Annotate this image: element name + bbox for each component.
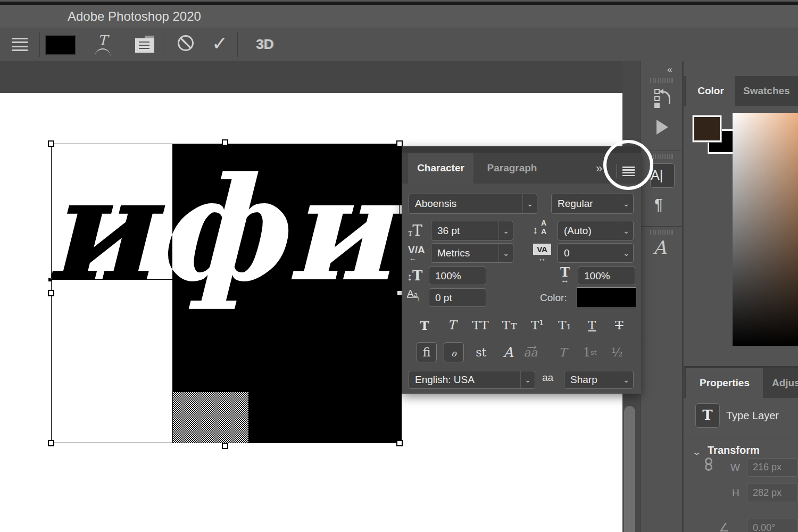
divider (79, 32, 79, 57)
tracking-field[interactable]: 0 ⌄ (558, 243, 634, 263)
vertical-scale-field[interactable]: 100% (429, 267, 486, 285)
tab-character[interactable]: Character (408, 153, 473, 184)
tab-paragraph[interactable]: Paragraph (473, 153, 551, 184)
angle-icon: ∠ (719, 521, 729, 532)
divider (641, 226, 683, 227)
underline-button[interactable]: T (585, 318, 599, 332)
collapse-to-icons-icon[interactable]: » (596, 162, 602, 176)
tab-adjustments[interactable]: Adjustments (772, 377, 798, 389)
color-panel-tabbar: Color Swatches (684, 76, 798, 106)
panel-drag-strip[interactable] (402, 146, 641, 153)
width-label: W (730, 462, 740, 473)
properties-panel-tabbar: Properties Adjustments (684, 368, 798, 398)
font-style-field[interactable]: Regular ⌄ (551, 194, 634, 214)
transform-section-header[interactable]: Transform (708, 444, 760, 456)
angle-field[interactable]: 0.00° (747, 519, 798, 532)
baseline-shift-value: 0 pt (429, 292, 486, 304)
strikethrough-button[interactable]: T (612, 318, 626, 332)
subscript-button[interactable]: T₁ (558, 318, 571, 332)
titling-alternates-button[interactable]: T (553, 342, 573, 362)
swash-button[interactable]: A (498, 342, 518, 362)
tab-color[interactable]: Color (686, 76, 735, 106)
version-history-icon[interactable] (654, 89, 670, 108)
color-picker-gradient[interactable] (733, 113, 798, 346)
link-dimensions-icon[interactable] (705, 463, 712, 471)
text-align-icon[interactable] (12, 38, 28, 52)
font-size-icon: тT (408, 222, 422, 239)
divider (163, 32, 163, 57)
handle-bottom-right[interactable] (396, 440, 403, 446)
leading-field[interactable]: (Auto) ⌄ (558, 221, 634, 240)
foreground-color-swatch[interactable] (693, 115, 721, 142)
superscript-button[interactable]: T¹ (530, 318, 544, 332)
vertical-scrollbar[interactable] (624, 406, 635, 532)
text-color-field[interactable] (577, 287, 636, 308)
stylistic-alternates-button[interactable]: aa → (526, 342, 546, 362)
chevron-down-icon[interactable]: ⌄ (619, 244, 633, 262)
horizontal-scale-field[interactable]: 100% (578, 267, 635, 285)
font-size-field[interactable]: 36 pt ⌄ (431, 221, 513, 240)
kerning-field[interactable]: Metrics ⌄ (431, 243, 513, 263)
faux-italic-button[interactable]: T (445, 318, 459, 332)
baseline-shift-field[interactable]: 0 pt (429, 288, 486, 307)
tab-properties[interactable]: Properties (686, 368, 763, 398)
text-color-swatch[interactable] (45, 35, 76, 55)
discretionary-ligatures-button[interactable]: st (471, 342, 491, 362)
tracking-icon: VA ↔ (533, 244, 551, 263)
character-panel: Character Paragraph » Aboensis ⌄ Regular… (402, 146, 641, 394)
language-field[interactable]: English: USA ⌄ (409, 371, 535, 389)
chevron-down-icon[interactable]: ⌄ (522, 194, 537, 213)
chevron-down-icon[interactable]: ⌄ (520, 371, 535, 388)
handle-bottom-left[interactable] (48, 440, 54, 446)
3d-icon[interactable]: 3D (256, 36, 273, 53)
divider (237, 32, 238, 57)
font-style-value: Regular (552, 198, 619, 210)
baseline-shift-icon: Aa ↑ (407, 288, 418, 300)
chevron-down-icon[interactable]: ⌄ (619, 194, 633, 213)
commit-icon[interactable]: ✓ (212, 32, 228, 55)
handle-bottom-middle[interactable] (222, 443, 228, 449)
character-panel-icon[interactable]: A| (650, 163, 675, 188)
glyphs-panel-icon[interactable]: A (653, 237, 667, 258)
warp-text-icon[interactable]: T (95, 35, 111, 56)
cancel-icon[interactable] (178, 35, 194, 51)
fractions-button[interactable]: ½ (607, 342, 627, 362)
handle-top-middle[interactable] (222, 139, 228, 146)
right-panel-column: Color Swatches Properties Adjustments T … (684, 61, 798, 532)
tab-swatches[interactable]: Swatches (743, 85, 790, 97)
ordinals-button[interactable]: 1st (580, 342, 600, 362)
height-field[interactable]: 282 px (747, 484, 798, 502)
chevron-down-icon[interactable]: ⌄ (619, 371, 633, 388)
collapse-panels-icon[interactable]: « (667, 64, 671, 75)
transform-selection-box[interactable] (51, 144, 400, 443)
paragraph-panel-icon[interactable]: ¶ (654, 195, 663, 213)
options-bar: T ✓ 3D (0, 28, 798, 62)
panel-grip[interactable] (650, 230, 674, 235)
chevron-down-icon[interactable]: ⌄ (619, 221, 633, 240)
width-field[interactable]: 216 px (747, 458, 798, 477)
anti-alias-field[interactable]: Sharp ⌄ (564, 371, 634, 389)
chevron-down-icon[interactable]: ⌄ (498, 221, 513, 240)
contextual-alternates-button[interactable]: ℴ (444, 342, 464, 362)
font-family-field[interactable]: Aboensis ⌄ (409, 194, 537, 214)
divider (39, 32, 40, 57)
panel-grip[interactable] (650, 154, 674, 159)
small-caps-button[interactable]: Tᴛ (502, 318, 517, 332)
toggle-panels-icon[interactable] (135, 36, 154, 53)
divider (684, 438, 798, 438)
anti-alias-value: Sharp (564, 374, 619, 386)
handle-middle-left[interactable] (48, 290, 54, 296)
actions-panel-icon[interactable] (656, 120, 668, 135)
handle-top-left[interactable] (48, 140, 54, 147)
vertical-scale-icon: ↕T (407, 268, 422, 284)
chevron-down-icon[interactable]: ⌄ (692, 447, 702, 457)
chevron-down-icon[interactable]: ⌄ (498, 244, 513, 262)
anti-alias-icon: aa (542, 372, 553, 384)
divider (121, 32, 121, 57)
faux-bold-button[interactable]: T (418, 318, 431, 332)
horizontal-scale-value: 100% (578, 270, 635, 282)
opentype-buttons-row: fi ℴ st A aa → T 1st ½ (417, 342, 627, 362)
panel-grip[interactable] (650, 78, 674, 83)
all-caps-button[interactable]: TT (472, 318, 489, 332)
standard-ligatures-button[interactable]: fi (417, 342, 437, 362)
